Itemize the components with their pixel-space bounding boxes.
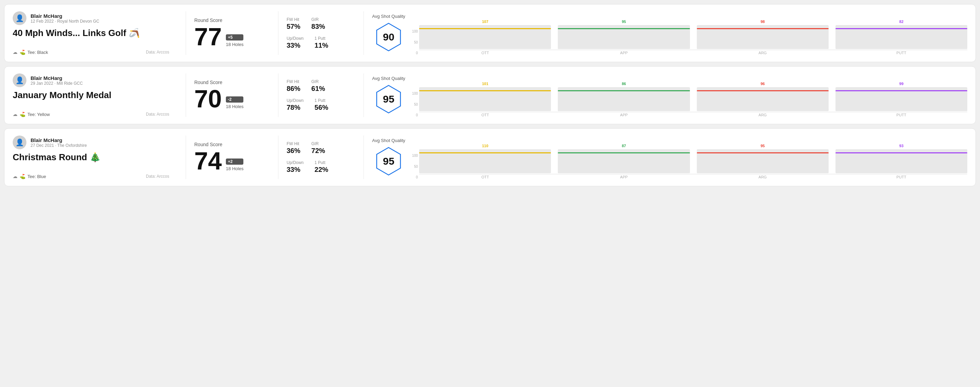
chart-x-label: PUTT: [835, 175, 967, 179]
bar-value: 96: [760, 82, 765, 86]
player-info: 👤 Blair McHarg 12 Feb 2022 · Royal North…: [13, 11, 169, 25]
gir-value: 83%: [311, 23, 325, 30]
player-meta: Blair McHarg 27 Dec 2021 · The Oxfordshi…: [30, 137, 87, 148]
card-quality: Avg Shot Quality 95 100500 110 87: [372, 135, 967, 179]
card-footer: ☁ ⛳ Tee: Blue Data: Arccos: [13, 174, 169, 179]
player-meta: Blair McHarg 12 Feb 2022 · Royal North D…: [30, 13, 99, 24]
stats-row-bottom: Up/Down 33% 1 Putt 11%: [286, 36, 347, 49]
card-footer: ☁ ⛳ Tee: Black Data: Arccos: [13, 49, 169, 55]
fw-hit-value: 36%: [286, 147, 300, 155]
divider-2: [278, 135, 278, 179]
up-down-label: Up/Down: [286, 36, 304, 41]
gir-label: GIR: [311, 79, 325, 84]
chart-column-app: 87: [558, 144, 690, 173]
chart-x-label: APP: [558, 51, 690, 55]
score-badge: +5: [226, 34, 243, 40]
quality-label: Avg Shot Quality: [372, 14, 406, 19]
card-footer: ☁ ⛳ Tee: Yellow Data: Arccos: [13, 111, 169, 117]
score-holes: 18 Holes: [226, 166, 243, 171]
1-putt-value: 11%: [314, 41, 328, 49]
bar-value: 87: [622, 144, 626, 148]
1-putt-value: 56%: [314, 104, 328, 111]
score-row: 74 +2 18 Holes: [194, 149, 262, 173]
player-name: Blair McHarg: [30, 13, 99, 19]
stat-gir: GIR 83%: [311, 17, 325, 30]
bar-value: 95: [760, 144, 765, 148]
tee-icon: ⛳: [19, 174, 25, 179]
divider-1: [186, 11, 186, 55]
chart-y-label: 0: [412, 113, 418, 117]
chart-column-app: 95: [558, 19, 690, 49]
round-card-round-3: 👤 Blair McHarg 27 Dec 2021 · The Oxfords…: [4, 128, 976, 186]
chart-column-putt: 82: [835, 19, 967, 49]
chart-y-label: 50: [412, 103, 418, 106]
score-holes: 18 Holes: [226, 42, 243, 47]
avatar-icon: 👤: [16, 76, 24, 84]
chart-column-arg: 98: [697, 19, 829, 49]
player-name: Blair McHarg: [30, 75, 83, 81]
chart-column-ott: 110: [419, 144, 551, 173]
chart-y-label: 100: [412, 154, 418, 157]
bar-value: 95: [622, 19, 626, 24]
stat-up-down: Up/Down 33%: [286, 160, 304, 174]
tee-label: Tee: Yellow: [27, 112, 50, 117]
gir-value: 72%: [311, 147, 325, 155]
chart-column-app: 86: [558, 82, 690, 111]
divider-1: [186, 73, 186, 117]
1-putt-label: 1 Putt: [314, 36, 328, 41]
score-label: Round Score: [194, 79, 262, 85]
tee-icon: ⛳: [19, 49, 25, 55]
card-stats: FW Hit 57% GIR 83% Up/Down 33% 1 Putt 11…: [286, 11, 355, 55]
card-stats: FW Hit 86% GIR 61% Up/Down 78% 1 Putt 56…: [286, 73, 355, 117]
tee-label: Tee: Black: [27, 50, 48, 55]
weather-icon: ☁: [13, 111, 18, 117]
stats-row-bottom: Up/Down 78% 1 Putt 56%: [286, 98, 347, 111]
up-down-label: Up/Down: [286, 98, 304, 103]
weather-icon: ☁: [13, 174, 18, 179]
round-title: January Monthly Medal: [13, 90, 169, 100]
card-left: 👤 Blair McHarg 29 Jan 2022 · Mill Ride G…: [13, 73, 177, 117]
chart-y-label: 0: [412, 175, 418, 179]
round-title: 40 Mph Winds... Links Golf 🪃: [13, 28, 169, 38]
chart-x-label: ARG: [697, 51, 829, 55]
data-source: Data: Arccos: [146, 112, 169, 117]
chart-column-putt: 93: [835, 144, 967, 173]
stat-fw-hit: FW Hit 86%: [286, 79, 300, 93]
stat-gir: GIR 61%: [311, 79, 325, 93]
player-name: Blair McHarg: [30, 137, 87, 143]
tee-label: Tee: Blue: [27, 174, 46, 179]
chart-x-label: ARG: [697, 113, 829, 117]
stat-gir: GIR 72%: [311, 141, 325, 155]
hexagon: 95: [373, 146, 404, 177]
player-date-course: 12 Feb 2022 · Royal North Devon GC: [30, 19, 99, 24]
divider-2: [278, 11, 278, 55]
divider-1: [186, 135, 186, 179]
tee-info: ☁ ⛳ Tee: Yellow: [13, 111, 50, 117]
card-score: Round Score 70 -2 18 Holes: [194, 73, 270, 117]
up-down-value: 33%: [286, 41, 304, 49]
avatar-icon: 👤: [16, 14, 24, 22]
round-card-round-2: 👤 Blair McHarg 29 Jan 2022 · Mill Ride G…: [4, 66, 976, 124]
fw-hit-value: 57%: [286, 23, 300, 30]
score-value: 77: [194, 24, 222, 49]
stats-row-top: FW Hit 57% GIR 83%: [286, 17, 347, 30]
player-meta: Blair McHarg 29 Jan 2022 · Mill Ride GCC: [30, 75, 83, 86]
stat-up-down: Up/Down 33%: [286, 36, 304, 49]
avatar: 👤: [13, 135, 26, 149]
bar-value: 101: [482, 82, 488, 86]
data-source: Data: Arccos: [146, 50, 169, 54]
up-down-label: Up/Down: [286, 160, 304, 165]
quality-score: 90: [383, 31, 395, 43]
score-details: -2 18 Holes: [226, 97, 243, 111]
score-details: +5 18 Holes: [226, 34, 243, 49]
player-date-course: 29 Jan 2022 · Mill Ride GCC: [30, 81, 83, 86]
bar-value: 93: [899, 144, 904, 148]
chart-column-arg: 95: [697, 144, 829, 173]
divider-2: [278, 73, 278, 117]
avatar: 👤: [13, 11, 26, 25]
tee-info: ☁ ⛳ Tee: Black: [13, 49, 48, 55]
score-value: 74: [194, 149, 222, 173]
chart-y-label: 100: [412, 30, 418, 33]
gir-label: GIR: [311, 17, 325, 22]
chart-x-label: PUTT: [835, 113, 967, 117]
